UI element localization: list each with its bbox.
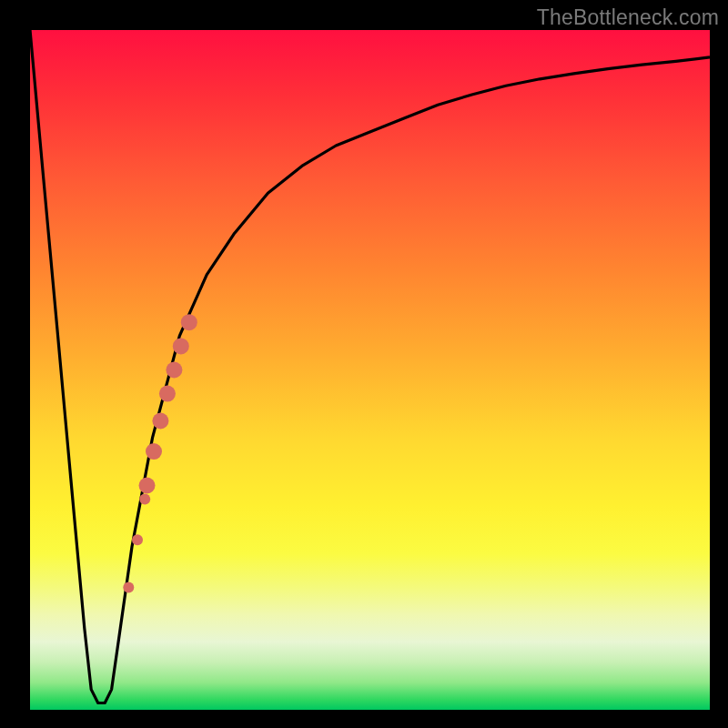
highlight-dot [139,478,156,494]
highlight-dot [166,362,182,379]
highlight-dot [152,413,168,430]
chart-frame: TheBottleneck.com [0,0,728,728]
highlight-dot [181,314,197,330]
highlight-dot [173,338,189,354]
highlight-dot [146,443,162,460]
plot-area [30,30,710,710]
chart-svg [30,30,710,710]
highlight-dot [123,582,134,593]
bottleneck-curve [30,30,710,703]
watermark-text: TheBottleneck.com [537,5,719,30]
highlight-dots [123,314,197,592]
highlight-dot [132,534,143,545]
highlight-dot [139,493,150,504]
highlight-dot [159,386,176,402]
